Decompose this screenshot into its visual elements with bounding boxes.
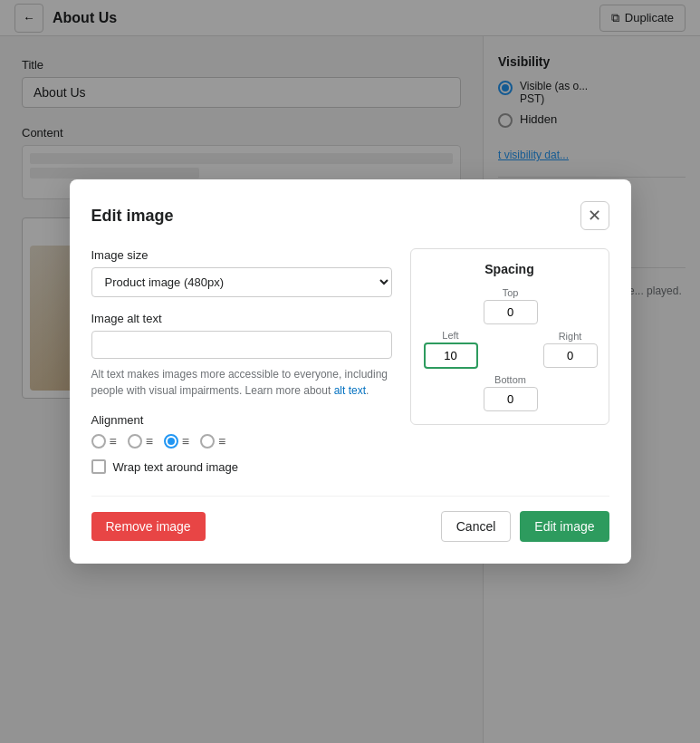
align-center-left-option[interactable]: ≡ (128, 434, 153, 449)
alt-text-link[interactable]: alt text (334, 384, 366, 397)
spacing-left-field: Left (424, 330, 478, 369)
align-center-icon: ≡ (182, 434, 189, 449)
alignment-label: Alignment (91, 413, 392, 427)
modal-right: Spacing Top Left (410, 248, 609, 474)
modal-left: Image size Product image (480px) Small (… (91, 248, 392, 474)
close-icon: ✕ (588, 206, 601, 226)
modal-title: Edit image (91, 207, 174, 226)
align-right-option[interactable]: ≡ (200, 434, 225, 449)
wrap-text-label: Wrap text around image (113, 460, 239, 474)
modal-header: Edit image ✕ (91, 201, 609, 230)
spacing-bottom-field: Bottom (484, 374, 538, 411)
modal-close-button[interactable]: ✕ (580, 201, 609, 230)
spacing-right-input[interactable] (543, 343, 598, 368)
remove-image-button[interactable]: Remove image (91, 512, 206, 541)
modal-footer: Remove image Cancel Edit image (91, 496, 609, 542)
image-size-select[interactable]: Product image (480px) Small (100px) Medi… (91, 267, 392, 297)
align-right-icon: ≡ (218, 434, 225, 449)
align-center-left-radio[interactable] (128, 434, 142, 449)
spacing-left-input[interactable] (424, 343, 478, 369)
spacing-left-label: Left (442, 330, 458, 341)
align-center-radio[interactable] (164, 434, 178, 449)
spacing-title: Spacing (424, 262, 596, 276)
spacing-right-label: Right (559, 331, 582, 342)
spacing-top-field: Top (484, 287, 538, 324)
spacing-bottom-label: Bottom (494, 374, 526, 385)
alt-text-description: Alt text makes images more accessible to… (91, 366, 392, 399)
spacing-grid: Top Left Right (424, 287, 596, 411)
alignment-options: ≡ ≡ ≡ ≡ (91, 434, 392, 449)
footer-right-buttons: Cancel Edit image (441, 511, 609, 542)
spacing-right-field: Right (543, 331, 598, 368)
align-right-radio[interactable] (200, 434, 215, 449)
edit-image-button[interactable]: Edit image (520, 511, 609, 542)
align-left-option[interactable]: ≡ (91, 434, 117, 449)
align-center-left-icon: ≡ (146, 434, 153, 449)
spacing-top-label: Top (503, 287, 519, 298)
image-size-label: Image size (91, 248, 392, 262)
spacing-top-input[interactable] (484, 300, 538, 324)
modal-body: Image size Product image (480px) Small (… (91, 248, 609, 474)
alt-text-label: Image alt text (91, 312, 392, 325)
alt-text-input[interactable] (91, 331, 392, 359)
spacing-bottom-input[interactable] (484, 387, 538, 411)
wrap-text-option[interactable]: Wrap text around image (91, 459, 392, 474)
wrap-text-checkbox[interactable] (91, 459, 106, 474)
modal-overlay: Edit image ✕ Image size Product image (4… (0, 0, 700, 743)
align-left-icon: ≡ (110, 434, 117, 449)
align-center-option[interactable]: ≡ (164, 434, 189, 449)
spacing-panel: Spacing Top Left (410, 248, 609, 425)
cancel-button[interactable]: Cancel (441, 511, 512, 542)
edit-image-modal: Edit image ✕ Image size Product image (4… (70, 179, 631, 564)
align-left-radio[interactable] (91, 434, 106, 449)
